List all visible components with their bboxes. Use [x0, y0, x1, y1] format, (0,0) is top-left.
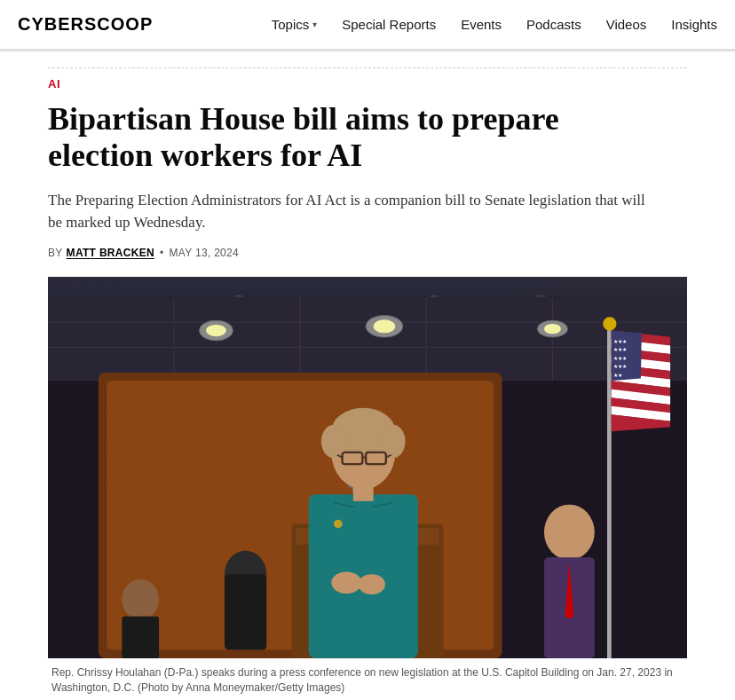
svg-point-13 — [544, 324, 561, 334]
svg-point-11 — [374, 319, 396, 333]
main-nav: Topics ▾ Special Reports Events Podcasts… — [179, 17, 717, 32]
nav-item-topics[interactable]: Topics ▾ — [272, 17, 318, 32]
nav-item-videos[interactable]: Videos — [606, 17, 647, 32]
byline-prefix: BY — [48, 247, 63, 259]
article-image-container: ★★★ ★★★ ★★★ ★★★ ★★ Rep. Chrissy Houlahan… — [48, 277, 687, 700]
svg-rect-1 — [48, 296, 687, 381]
svg-rect-31 — [309, 494, 418, 658]
byline-author[interactable]: MATT BRACKEN — [67, 247, 154, 259]
article-image: ★★★ ★★★ ★★★ ★★★ ★★ — [48, 277, 687, 658]
article-headline: Bipartisan House bill aims to prepare el… — [48, 101, 669, 175]
chevron-down-icon: ▾ — [312, 20, 317, 29]
svg-text:★★: ★★ — [613, 372, 622, 377]
svg-text:★★★: ★★★ — [613, 364, 627, 369]
site-header: CYBERSCOOP Topics ▾ Special Reports Even… — [0, 0, 735, 50]
article-byline: BY MATT BRACKEN • MAY 13, 2024 — [48, 247, 687, 259]
svg-point-44 — [331, 571, 361, 594]
svg-text:★★★: ★★★ — [613, 355, 627, 360]
svg-rect-41 — [353, 486, 374, 501]
byline-separator: • — [160, 247, 164, 259]
scene-svg: ★★★ ★★★ ★★★ ★★★ ★★ — [48, 277, 687, 658]
svg-point-26 — [544, 504, 595, 560]
nav-item-podcasts[interactable]: Podcasts — [526, 17, 581, 32]
svg-point-46 — [334, 519, 342, 527]
svg-rect-30 — [122, 616, 159, 657]
svg-point-29 — [122, 579, 159, 619]
svg-text:★★★: ★★★ — [613, 339, 627, 344]
dotted-separator — [48, 67, 687, 68]
svg-rect-47 — [607, 322, 612, 658]
svg-rect-25 — [225, 574, 266, 649]
svg-point-45 — [359, 574, 385, 594]
article-main: AI Bipartisan House bill aims to prepare… — [30, 51, 705, 700]
svg-point-9 — [206, 325, 226, 336]
nav-item-events[interactable]: Events — [461, 17, 502, 32]
article-category[interactable]: AI — [48, 77, 687, 90]
site-logo[interactable]: CYBERSCOOP — [18, 14, 153, 35]
svg-text:★★★: ★★★ — [613, 347, 627, 352]
image-caption: Rep. Chrissy Houlahan (D-Pa.) speaks dur… — [48, 658, 687, 700]
byline-date: MAY 13, 2024 — [170, 247, 240, 259]
article-deck: The Preparing Election Administrators fo… — [48, 189, 652, 234]
nav-item-insights[interactable]: Insights — [671, 17, 717, 32]
nav-item-special-reports[interactable]: Special Reports — [342, 17, 436, 32]
